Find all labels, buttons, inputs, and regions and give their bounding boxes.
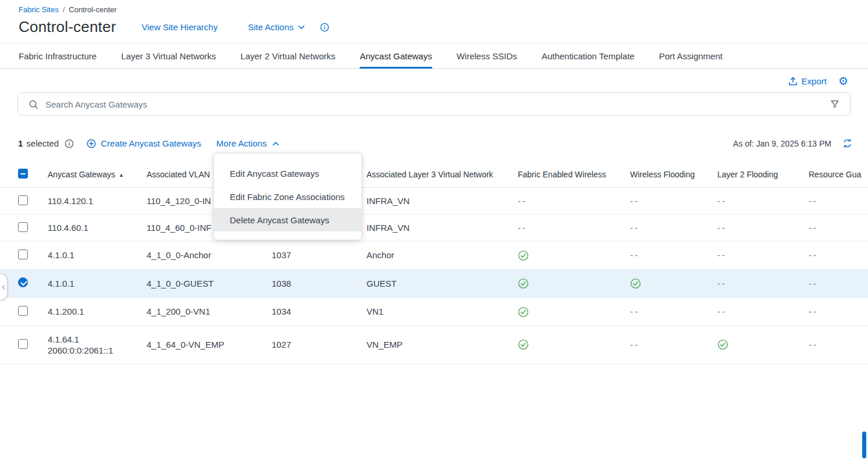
search-input[interactable] bbox=[45, 99, 823, 109]
l2-flooding-cell: -- bbox=[707, 298, 798, 326]
wireless-flooding-value: -- bbox=[630, 196, 639, 206]
refresh-icon[interactable] bbox=[842, 138, 853, 149]
vertical-scrollbar-thumb[interactable] bbox=[862, 432, 866, 458]
row-checkbox[interactable] bbox=[18, 306, 28, 316]
fabric-wireless-cell: -- bbox=[507, 188, 620, 215]
l2-flooding-value bbox=[717, 339, 728, 349]
resource-guard-cell: -- bbox=[798, 269, 868, 298]
wireless-flooding-cell: -- bbox=[620, 326, 707, 363]
column-anycast-gateways[interactable]: Anycast Gateways▲ bbox=[37, 162, 136, 188]
row-checkbox[interactable] bbox=[18, 339, 28, 349]
row-checkbox[interactable] bbox=[18, 249, 28, 259]
vlan-cell: 4_1_200_0-VN1 bbox=[136, 298, 261, 326]
vlan-cell: 4_1_0_0-Anchor bbox=[136, 241, 261, 270]
column-resource-guard[interactable]: Resource Gua bbox=[798, 162, 868, 188]
column-layer2-flooding[interactable]: Layer 2 Flooding bbox=[707, 162, 798, 188]
fabric-wireless-cell: -- bbox=[507, 215, 620, 241]
gear-icon[interactable]: ⚙ bbox=[838, 76, 848, 87]
selection-info-icon[interactable] bbox=[65, 139, 74, 148]
wireless-flooding-value: -- bbox=[630, 306, 639, 316]
search-bar bbox=[17, 92, 851, 116]
wireless-flooding-cell: -- bbox=[620, 241, 707, 270]
gateway-cell: 4.1.0.1 bbox=[37, 269, 136, 298]
resource-guard-value: -- bbox=[809, 223, 818, 233]
menu-item-edit-anycast-gateways[interactable]: Edit Anycast Gateways bbox=[214, 162, 361, 185]
l3vn-cell: VN1 bbox=[356, 298, 507, 326]
column-associated-l3vn[interactable]: Associated Layer 3 Virtual Network bbox=[356, 162, 507, 188]
title-row: Control-center View Site Hierarchy Site … bbox=[19, 14, 849, 43]
table-actions-row: Export ⚙ bbox=[0, 69, 868, 89]
l3vn-cell: GUEST bbox=[356, 269, 507, 298]
resource-guard-cell: -- bbox=[798, 298, 868, 326]
selected-label: selected bbox=[26, 138, 59, 148]
more-actions-menu: Edit Anycast Gateways Edit Fabric Zone A… bbox=[214, 153, 362, 240]
vlan-id-cell: 1037 bbox=[261, 241, 356, 270]
table-row: 110.4.60.1 110_4_60_0-INF INFRA_VN -- --… bbox=[0, 215, 868, 241]
table-row: 4.1.200.1 4_1_200_0-VN1 1034 VN1 -- -- -… bbox=[0, 298, 868, 326]
resource-guard-cell: -- bbox=[798, 188, 868, 215]
tab-layer3-virtual-networks[interactable]: Layer 3 Virtual Networks bbox=[121, 44, 216, 68]
site-actions-dropdown[interactable]: Site Actions bbox=[248, 22, 304, 32]
side-panel-handle[interactable] bbox=[0, 273, 8, 301]
table-row: 4.1.64.1 2060:0:0:2061::1 4_1_64_0-VN_EM… bbox=[0, 326, 868, 363]
fabric-wireless-value: -- bbox=[518, 223, 527, 233]
site-actions-label: Site Actions bbox=[248, 22, 293, 32]
gateway-cell: 4.1.64.1 2060:0:0:2061::1 bbox=[37, 326, 136, 363]
menu-item-delete-anycast-gateways[interactable]: Delete Anycast Gateways bbox=[214, 208, 361, 231]
l2-flooding-cell: -- bbox=[707, 269, 798, 298]
column-wireless-flooding[interactable]: Wireless Flooding bbox=[620, 162, 707, 188]
export-button[interactable]: Export bbox=[788, 76, 827, 86]
tab-wireless-ssids[interactable]: Wireless SSIDs bbox=[457, 44, 517, 68]
column-wireless-flooding-label: Wireless Flooding bbox=[630, 170, 695, 179]
site-info-icon[interactable] bbox=[320, 23, 329, 32]
table-row-selected: 4.1.0.1 4_1_0_0-GUEST 1038 GUEST -- -- bbox=[0, 269, 868, 298]
select-all-checkbox[interactable] bbox=[18, 169, 28, 179]
l2-flooding-cell: -- bbox=[707, 188, 798, 215]
wireless-flooding-value: -- bbox=[630, 250, 639, 260]
wireless-flooding-cell: -- bbox=[620, 215, 707, 241]
resource-guard-value: -- bbox=[809, 340, 818, 350]
vlan-cell: 4_1_64_0-VN_EMP bbox=[136, 326, 261, 363]
vlan-id-cell: 1034 bbox=[261, 298, 356, 326]
breadcrumb-fabric-sites-link[interactable]: Fabric Sites bbox=[19, 5, 59, 14]
fabric-wireless-cell bbox=[507, 298, 620, 326]
plus-circle-icon bbox=[87, 139, 96, 148]
more-actions-label: More Actions bbox=[216, 138, 267, 148]
sort-ascending-icon: ▲ bbox=[119, 172, 124, 178]
search-icon bbox=[29, 99, 38, 109]
row-checkbox[interactable] bbox=[18, 195, 28, 205]
fabric-wireless-value bbox=[518, 278, 529, 288]
column-fabric-enabled-wireless[interactable]: Fabric Enabled Wireless bbox=[507, 162, 620, 188]
filter-icon[interactable] bbox=[830, 99, 839, 109]
view-site-hierarchy-link[interactable]: View Site Hierarchy bbox=[142, 22, 218, 32]
column-resource-guard-label: Resource Gua bbox=[809, 170, 861, 179]
anycast-gateways-table: Anycast Gateways▲ Associated VLAN Associ… bbox=[0, 162, 868, 364]
gateway-ipv6: 2060:0:0:2061::1 bbox=[48, 345, 130, 355]
wireless-flooding-value bbox=[630, 278, 641, 288]
row-checkbox[interactable] bbox=[18, 222, 28, 232]
l2-flooding-cell bbox=[707, 326, 798, 363]
fabric-wireless-cell bbox=[507, 269, 620, 298]
wireless-flooding-value: -- bbox=[630, 223, 639, 233]
gateway-cell: 110.4.120.1 bbox=[37, 188, 136, 215]
as-of-timestamp: As of: Jan 9, 2025 6:13 PM bbox=[733, 139, 831, 148]
tab-port-assignment[interactable]: Port Assignment bbox=[659, 44, 723, 68]
wireless-flooding-cell: -- bbox=[620, 188, 707, 215]
resource-guard-cell: -- bbox=[798, 326, 868, 363]
create-anycast-gateways-button[interactable]: Create Anycast Gateways bbox=[87, 138, 201, 148]
tab-authentication-template[interactable]: Authentication Template bbox=[542, 44, 635, 68]
selection-toolbar: 1 selected Create Anycast Gateways More … bbox=[0, 138, 868, 149]
more-actions-dropdown[interactable]: More Actions bbox=[216, 138, 279, 148]
row-checkbox[interactable] bbox=[18, 277, 28, 287]
tab-fabric-infrastructure[interactable]: Fabric Infrastructure bbox=[19, 44, 97, 68]
fabric-wireless-cell bbox=[507, 326, 620, 363]
menu-item-edit-fabric-zone-associations[interactable]: Edit Fabric Zone Associations bbox=[214, 185, 361, 208]
l2-flooding-value: -- bbox=[717, 196, 727, 206]
chevron-down-icon bbox=[298, 25, 305, 30]
page-title: Control-center bbox=[19, 18, 116, 36]
resource-guard-value: -- bbox=[809, 306, 818, 316]
tab-anycast-gateways[interactable]: Anycast Gateways bbox=[360, 44, 432, 68]
resource-guard-value: -- bbox=[809, 250, 818, 260]
tab-layer2-virtual-networks[interactable]: Layer 2 Virtual Networks bbox=[240, 44, 335, 68]
chevron-up-icon bbox=[272, 141, 279, 146]
